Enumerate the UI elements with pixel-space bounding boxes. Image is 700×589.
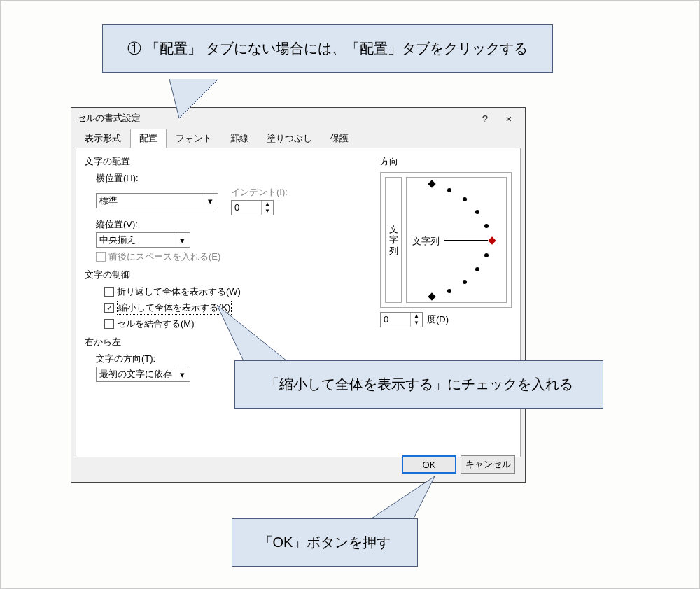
spinner-down-icon[interactable]: ▼ — [411, 320, 422, 327]
dial-dot — [447, 289, 451, 293]
callout-tail-1 — [169, 79, 253, 121]
dialog-buttons: OK キャンセル — [402, 455, 515, 474]
tab-page-alignment: 文字の配置 横位置(H): 標準 ▾ インデント(I): 0 ▲▼ — [76, 148, 521, 457]
spinner-indent-value: 0 — [232, 201, 261, 215]
dialog-title: セルの書式設定 — [77, 112, 473, 125]
tab-strip: 表示形式 配置 フォント 罫線 塗りつぶし 保護 — [71, 129, 525, 148]
tab-number-format[interactable]: 表示形式 — [76, 129, 130, 148]
ok-button[interactable]: OK — [402, 455, 456, 474]
tab-protection[interactable]: 保護 — [321, 129, 358, 148]
callout-step2: 「縮小して全体を表示する」にチェックを入れる — [234, 360, 603, 409]
tab-font[interactable]: フォント — [167, 129, 221, 148]
chevron-down-icon: ▾ — [204, 194, 216, 207]
svg-marker-2 — [217, 305, 287, 361]
callout-step3: 「OK」ボタンを押す — [232, 518, 418, 567]
checkbox-label: セルを結合する(M) — [117, 318, 195, 330]
dial-dot — [475, 210, 479, 214]
checkbox-label: 縮小して全体を表示する(K) — [117, 301, 232, 315]
callout-text: 「OK」ボタンを押す — [259, 534, 391, 550]
dial-dot — [484, 224, 489, 228]
orientation-inline-text: 文字列 — [412, 235, 440, 248]
checkbox-label: 折り返して全体を表示する(W) — [117, 285, 241, 298]
spinner-degrees-value: 0 — [381, 313, 410, 327]
spinner-down-icon[interactable]: ▼ — [262, 208, 273, 215]
select-horizontal-value: 標準 — [99, 194, 118, 207]
dial-dot — [463, 280, 467, 284]
cancel-button[interactable]: キャンセル — [461, 455, 515, 474]
select-text-direction-value: 最初の文字に依存 — [99, 368, 172, 381]
dial-dot — [475, 267, 479, 271]
label-degrees: 度(D) — [427, 313, 449, 326]
chevron-down-icon: ▾ — [176, 368, 188, 381]
format-cells-dialog: セルの書式設定 ? × 表示形式 配置 フォント 罫線 塗りつぶし 保護 文字の… — [71, 107, 526, 483]
dial-dot — [463, 197, 467, 201]
callout-text: ① 「配置」 タブにない場合には、「配置」タブをクリックする — [127, 41, 527, 56]
dial-dot — [447, 188, 451, 192]
checkbox-label: 前後にスペースを入れる(E) — [108, 250, 220, 263]
dial-dot — [484, 253, 489, 257]
orientation-dial[interactable]: 文字列 — [406, 177, 507, 303]
checkbox-box: ✓ — [104, 303, 114, 313]
select-vertical-value: 中央揃え — [99, 234, 136, 246]
tab-fill[interactable]: 塗りつぶし — [258, 129, 321, 148]
spinner-up-icon[interactable]: ▲ — [411, 313, 422, 320]
select-vertical[interactable]: 中央揃え ▾ — [96, 232, 190, 248]
instruction-canvas: ① 「配置」 タブにない場合には、「配置」タブをクリックする セルの書式設定 ?… — [0, 0, 700, 589]
tab-border[interactable]: 罫線 — [221, 129, 258, 148]
checkbox-box — [104, 287, 114, 297]
orientation-line — [444, 240, 488, 241]
tab-alignment[interactable]: 配置 — [130, 129, 167, 148]
spinner-degrees[interactable]: 0 ▲▼ — [380, 312, 423, 327]
callout-text: 「縮小して全体を表示する」にチェックを入れる — [265, 376, 573, 392]
svg-marker-4 — [372, 476, 435, 518]
callout-step1: ① 「配置」 タブにない場合には、「配置」タブをクリックする — [102, 24, 553, 73]
group-orientation: 方向 文字列 — [380, 155, 512, 327]
checkbox-box — [96, 252, 106, 262]
spinner-indent[interactable]: 0 ▲▼ — [231, 200, 274, 215]
help-button[interactable]: ? — [473, 110, 497, 127]
chevron-down-icon: ▾ — [176, 234, 188, 246]
checkbox-box — [104, 319, 114, 329]
label-orientation: 方向 — [380, 155, 512, 168]
svg-marker-0 — [169, 79, 218, 118]
spinner-up-icon[interactable]: ▲ — [262, 201, 273, 208]
orientation-vertical-button[interactable]: 文字列 — [385, 177, 402, 303]
orientation-box: 文字列 文字列 — [380, 172, 512, 308]
select-text-direction[interactable]: 最初の文字に依存 ▾ — [96, 367, 190, 382]
dial-marker — [428, 180, 435, 187]
dial-indicator — [488, 236, 496, 244]
dial-marker — [428, 292, 435, 300]
label-indent: インデント(I): — [231, 186, 288, 199]
titlebar: セルの書式設定 ? × — [71, 108, 525, 129]
select-horizontal[interactable]: 標準 ▾ — [96, 193, 218, 208]
close-button[interactable]: × — [497, 110, 521, 127]
